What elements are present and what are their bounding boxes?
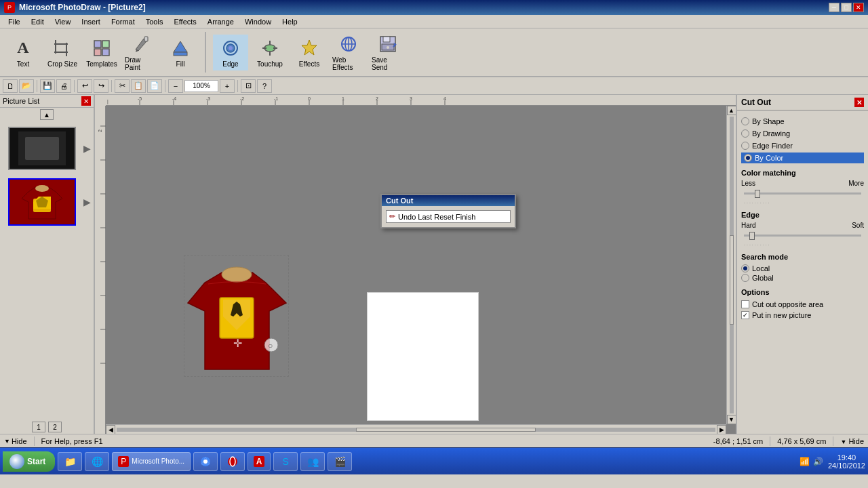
v-scrollbar[interactable]: ▲ ▼ [726,106,736,424]
taskbar-opera[interactable] [220,452,245,471]
tool-savesend[interactable]: Save Send [370,30,406,74]
taskbar-contacts[interactable]: 👥 [300,452,325,471]
tshirt-image-frame[interactable]: ✛ ○ [184,255,289,377]
tool-effects-label: Effects [299,60,319,68]
window-controls[interactable]: ─ □ ✕ [829,3,864,12]
color-matching-slider[interactable] [741,188,864,199]
menu-file[interactable]: File [3,16,26,27]
scroll-left-btn[interactable]: ◀ [106,425,115,434]
radio-by-shape[interactable] [741,117,749,125]
svg-text:2: 2 [376,96,378,101]
scroll-right-btn[interactable]: ▶ [717,425,726,434]
checkbox-cut-opposite[interactable]: Cut out opposite area [741,299,864,310]
menu-view[interactable]: View [50,16,77,27]
menu-arrange[interactable]: Arrange [202,16,239,27]
taskbar-media[interactable]: 🎬 [328,452,352,471]
menu-effects[interactable]: Effects [168,16,201,27]
copy-btn[interactable]: 📋 [131,79,146,93]
help2-btn[interactable]: ? [257,79,272,93]
picture-item-1[interactable] [8,127,76,170]
zoom-in-btn[interactable]: + [220,79,235,93]
taskbar-chrome[interactable] [193,452,218,471]
radio-local[interactable]: Local [741,264,864,273]
canvas-content[interactable]: ✛ ○ Cut Out ✏ Undo Last Reset Finish [106,106,736,434]
radio-by-drawing[interactable] [741,129,749,138]
v-scroll-track[interactable] [730,117,734,413]
menu-tools[interactable]: Tools [140,16,169,27]
picture-item-2[interactable] [8,178,76,226]
zoom-input[interactable] [184,80,218,92]
h-scrollbar[interactable]: ◀ ▶ [106,424,726,434]
minimize-button[interactable]: ─ [829,3,840,12]
checkbox-put-new[interactable]: Put in new picture [741,310,864,321]
cut-btn[interactable]: ✂ [115,79,130,93]
start-button[interactable]: Start [3,451,55,472]
menu-window[interactable]: Window [239,16,277,27]
tool-templates[interactable]: Templates [84,35,119,70]
radio-edge-finder[interactable] [741,142,749,150]
option-by-drawing[interactable]: By Drawing [741,128,864,139]
system-clock[interactable]: 19:40 24/10/2012 [828,453,865,470]
tool-drawpaint[interactable]: Draw Paint [123,30,159,74]
tool-effects[interactable]: Effects [292,35,327,70]
menu-format[interactable]: Format [106,16,140,27]
radio-by-color[interactable] [744,154,752,162]
tool-touchup[interactable]: Touchup [252,35,288,70]
open-btn[interactable]: 📂 [19,79,34,93]
taskbar-skype[interactable]: S [273,452,298,471]
tool-crop[interactable]: Crop Size [45,35,80,70]
tool-fill[interactable]: Fill [163,35,198,70]
radio-local-btn[interactable] [741,264,749,272]
tool-webeffects[interactable]: Web Effects [331,30,366,74]
save-btn[interactable]: 💾 [40,79,55,93]
redo-btn[interactable]: ↪ [94,79,108,93]
taskbar-photodraw[interactable]: P Microsoft Photo... [112,452,191,471]
pic-nav-num2[interactable]: 2 [48,422,62,432]
option-by-color[interactable]: By Color [741,152,864,163]
edge-slider[interactable] [741,230,864,241]
cut-opposite-label: Cut out opposite area [752,300,823,308]
status-sep3 [833,436,833,446]
cut-opposite-checkbox[interactable] [741,300,749,308]
tool-edge[interactable]: Edge [213,35,248,70]
radio-global-btn[interactable] [741,274,749,282]
option-by-shape[interactable]: By Shape [741,116,864,127]
close-button[interactable]: ✕ [853,3,864,12]
scroll-up-btn[interactable]: ▲ [727,106,736,115]
radio-global[interactable]: Global [741,273,864,283]
color-slider-thumb[interactable] [755,190,760,198]
pic-nav-num1[interactable]: 1 [32,422,45,432]
maximize-button[interactable]: □ [841,3,852,12]
scroll-down-btn[interactable]: ▼ [727,415,736,424]
h-scroll-track[interactable] [117,428,715,432]
undo-btn[interactable]: ↩ [77,79,92,93]
menu-help[interactable]: Help [277,16,303,27]
v-scroll-thumb[interactable] [730,235,734,324]
fullscreen-btn[interactable]: ⊡ [241,79,256,93]
cutout-panel-close[interactable]: ✕ [854,98,864,107]
dimensions-text: 4,76 x 5,69 cm [777,437,826,445]
picture-list-close-button[interactable]: ✕ [81,96,91,106]
taskbar-ie[interactable]: 🌐 [85,452,109,471]
option-edge-finder[interactable]: Edge Finder [741,140,864,151]
canvas-area[interactable]: | -5 -4 -3 -2 -1 0 1 [95,95,736,434]
new-btn[interactable]: 🗋 [3,79,18,93]
menu-insert[interactable]: Insert [76,16,106,27]
status-hide-toggle[interactable]: ▼ Hide [4,437,27,445]
menu-edit[interactable]: Edit [26,16,50,27]
cutout-panel-label: Cut Out [741,98,771,107]
edge-slider-thumb[interactable] [749,232,755,240]
paste-btn[interactable]: 📄 [147,79,162,93]
svg-text:-3: -3 [206,96,210,101]
h-scroll-thumb[interactable] [356,428,536,432]
status-hide2[interactable]: ▼ Hide [840,437,864,445]
print-btn[interactable]: 🖨 [56,79,71,93]
taskbar-acrobat[interactable]: A [248,452,271,471]
cutout-undo-row[interactable]: ✏ Undo Last Reset Finish [386,210,511,223]
tool-text[interactable]: A Text [5,35,41,70]
pic-nav-up[interactable]: ▲ [40,109,54,120]
taskbar-explorer[interactable]: 📁 [58,452,82,471]
zoom-out-btn[interactable]: − [168,79,183,93]
tool-text-label: Text [17,60,29,68]
put-new-checkbox[interactable] [741,311,749,319]
